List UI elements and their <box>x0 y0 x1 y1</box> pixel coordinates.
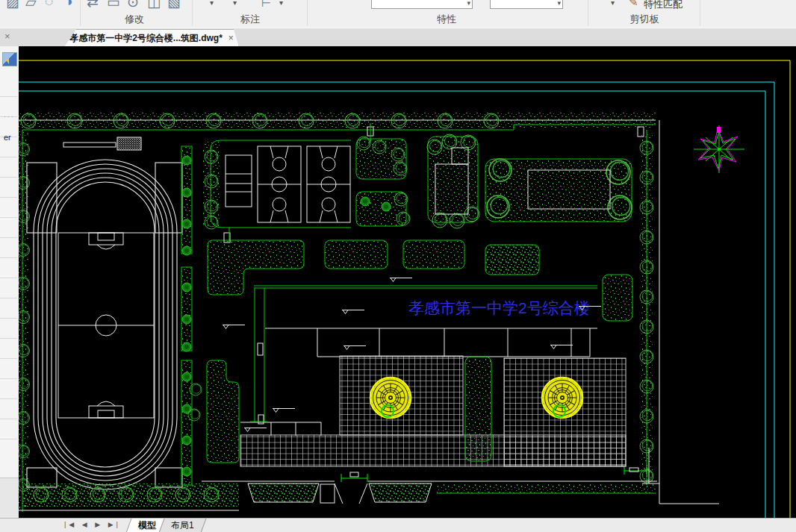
chevron-down-icon[interactable]: ▾ <box>279 0 283 7</box>
chevron-down-icon[interactable]: ▾ <box>210 0 214 7</box>
dimension-icon[interactable]: ⊢ <box>261 0 271 10</box>
east-tree-column <box>624 120 719 504</box>
drawing-file-tab[interactable]: 孝感市第一中学2号综合楼...筑图.dwg* × <box>64 29 239 47</box>
chevron-down-icon[interactable]: ▾ <box>611 0 615 7</box>
next-sheet-button[interactable]: ▶ <box>95 521 103 528</box>
panel-label-modify[interactable]: 修改 <box>125 13 144 26</box>
paved-plazas <box>188 356 626 466</box>
football-field <box>58 233 154 418</box>
northeast-building-small <box>427 134 479 228</box>
prev-sheet-button[interactable]: ◀ <box>82 521 90 528</box>
tab-layout1-label: 布局1 <box>171 519 194 532</box>
rotate-icon[interactable]: ⊙ <box>127 0 139 10</box>
drawing-file-tab-label: 孝感市第一中学2号综合楼...筑图.dwg* <box>69 32 223 45</box>
basketball-zone <box>203 123 410 229</box>
match-properties-button[interactable]: 特性匹配 <box>644 0 682 11</box>
ribbon: ▨ ▱ ◌ ◑ ⇄ ▭ ⊙ ◫ ▧ ▾ ▾ ⊢ ▾ ▾ ▾ ▾ ✎ 特性匹配 修… <box>0 0 796 28</box>
tab-model-label: 模型 <box>138 519 156 532</box>
palette-row-ellipsis: · · · <box>4 113 13 120</box>
side-palette[interactable]: · · · er <box>0 46 19 518</box>
palette-tool-icon[interactable] <box>2 52 17 66</box>
trim-icon[interactable]: ▧ <box>167 0 181 10</box>
region-icon[interactable]: ◌ <box>45 0 53 10</box>
palette-close-icon[interactable]: × <box>4 31 10 41</box>
plaza-mandala-west <box>370 378 411 419</box>
northeast-building-large <box>485 159 632 222</box>
drawing-canvas[interactable]: 孝感市第一中学2号综合楼 <box>19 46 796 518</box>
running-track <box>27 160 182 489</box>
polyline-icon[interactable]: ▱ <box>25 0 37 10</box>
hatch-icon[interactable]: ▨ <box>6 0 19 10</box>
west-tree-column <box>19 130 30 512</box>
first-sheet-button[interactable]: |◀ <box>64 521 77 528</box>
plaza-mandala-east <box>542 378 583 419</box>
linetype-combo[interactable]: ▾ <box>490 0 563 9</box>
scale-bar <box>63 137 141 150</box>
tab-close-icon[interactable]: × <box>228 33 234 43</box>
object-color-combo[interactable]: ▾ <box>371 0 473 9</box>
panel-label-clipboard[interactable]: 剪切板 <box>630 13 659 26</box>
gradient-icon[interactable]: ◑ <box>64 0 72 10</box>
array-icon[interactable]: ◫ <box>147 0 161 10</box>
palette-footer <box>0 478 19 518</box>
building-name-text: 孝感市第一中学2号综合楼 <box>408 299 590 316</box>
match-properties-icon[interactable]: ✎ <box>629 0 638 9</box>
document-tab-bar: × 孝感市第一中学2号综合楼...筑图.dwg* × <box>0 28 796 47</box>
panel-label-annotate[interactable]: 标注 <box>240 13 260 26</box>
track-east-hedges <box>181 146 192 485</box>
panel-label-properties[interactable]: 特性 <box>437 13 456 26</box>
tab-layout1[interactable]: 布局1 <box>159 519 207 532</box>
south-boundary <box>202 472 657 504</box>
last-sheet-button[interactable]: ▶| <box>108 521 121 528</box>
palette-row-text-fragment: er <box>4 133 11 142</box>
sheet-nav: |◀ ◀ ▶ ▶| <box>64 521 121 528</box>
stretch-icon[interactable]: ⇄ <box>87 0 99 10</box>
status-bar: |◀ ◀ ▶ ▶| 模型 布局1 <box>0 518 796 532</box>
scale-icon[interactable]: ▭ <box>107 0 120 10</box>
north-tree-row <box>19 112 656 130</box>
south-tree-row <box>19 484 239 510</box>
chevron-down-icon[interactable]: ▾ <box>233 0 237 7</box>
wind-rose <box>694 125 744 173</box>
